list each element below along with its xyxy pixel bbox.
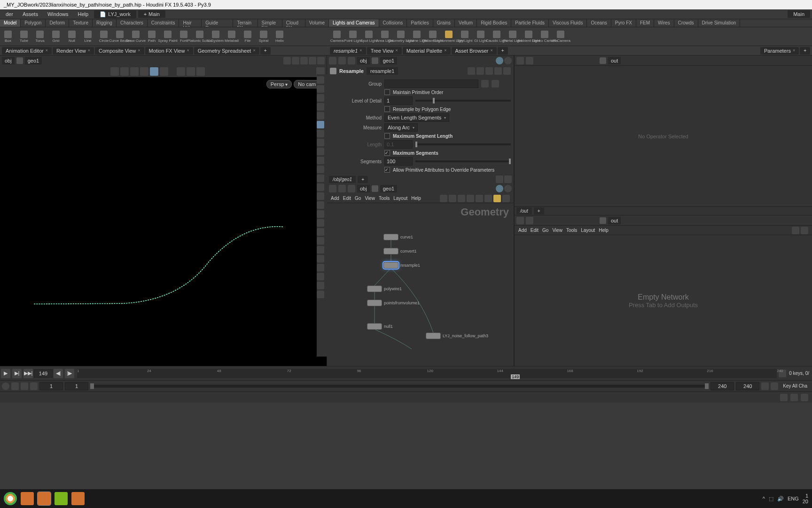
- shelf-tool[interactable]: Caustic Light: [489, 27, 505, 46]
- realtime-icon[interactable]: [2, 382, 9, 390]
- display-opt-icon[interactable]: [317, 192, 324, 200]
- add-tab-button[interactable]: +: [260, 47, 271, 55]
- layout-icon[interactable]: [496, 175, 503, 183]
- chrome-icon[interactable]: [4, 492, 17, 505]
- network-node[interactable]: LYJ_noise_follow_path3: [426, 333, 488, 339]
- update-icon[interactable]: [790, 394, 798, 401]
- menu-item[interactable]: View: [365, 196, 375, 201]
- key-icon[interactable]: [771, 382, 778, 390]
- menu-item[interactable]: der: [2, 10, 17, 18]
- close-icon[interactable]: ×: [490, 48, 492, 54]
- empty-network[interactable]: Empty Network Press Tab to Add Outputs: [515, 235, 812, 366]
- snapshot-icon[interactable]: [292, 57, 299, 64]
- maxseg-checkbox[interactable]: [384, 150, 390, 156]
- shelf-tab[interactable]: Guide Process: [202, 19, 233, 27]
- shelf-tool[interactable]: Point Light: [345, 27, 361, 46]
- pane-tab[interactable]: Tree View×: [367, 47, 402, 55]
- shelf-tab[interactable]: Volume: [305, 19, 329, 27]
- menu-item[interactable]: Go: [355, 196, 361, 201]
- shelf-tool[interactable]: Spray Paint: [160, 27, 176, 46]
- current-frame-field[interactable]: [34, 369, 53, 378]
- language-indicator[interactable]: ENG: [788, 496, 799, 501]
- menu-item[interactable]: Add: [331, 196, 339, 201]
- add-tab-button[interactable]: +: [800, 47, 810, 55]
- menu-item[interactable]: View: [552, 228, 562, 233]
- display-opt-icon[interactable]: [317, 255, 324, 262]
- info-icon[interactable]: [317, 291, 324, 298]
- display-icon[interactable]: [300, 57, 308, 64]
- location-icon[interactable]: [317, 282, 324, 289]
- shelf-tab[interactable]: Terrain FX: [233, 19, 258, 27]
- group-menu-icon[interactable]: [481, 80, 489, 87]
- segments-slider[interactable]: [415, 160, 511, 162]
- network-tab[interactable]: /obj/geo1: [329, 176, 356, 183]
- back-icon[interactable]: [329, 57, 336, 64]
- pane-tab[interactable]: Render View×: [53, 47, 94, 55]
- maxlen-checkbox[interactable]: [384, 133, 390, 139]
- path-crumb[interactable]: out: [608, 57, 621, 64]
- settings-icon[interactable]: [196, 67, 205, 76]
- shelf-tool[interactable]: Helix: [272, 27, 288, 46]
- audio-icon[interactable]: [11, 382, 19, 390]
- shelf-tool[interactable]: Portal Light: [505, 27, 521, 46]
- node-name-field[interactable]: resample1: [367, 67, 398, 75]
- add-tab-button[interactable]: +: [534, 207, 544, 214]
- shelf-tool[interactable]: Volume Light: [409, 27, 425, 46]
- menu-icon[interactable]: [504, 175, 512, 183]
- list-icon[interactable]: [449, 195, 456, 202]
- link-icon[interactable]: [504, 185, 512, 192]
- handle-tool-icon[interactable]: [150, 67, 158, 76]
- persp-dropdown[interactable]: Persp ▾: [266, 80, 292, 88]
- light-icon[interactable]: [317, 130, 324, 137]
- layout-icon[interactable]: [309, 57, 316, 64]
- segments-field[interactable]: [384, 157, 413, 166]
- timeline-track[interactable]: 149 124487296120144168192216240: [77, 369, 777, 378]
- playhead-marker[interactable]: 149: [511, 374, 520, 379]
- shelf-tool[interactable]: Box: [0, 27, 16, 46]
- pane-tab[interactable]: Animation Editor×: [2, 47, 52, 55]
- shelf-tab[interactable]: Collisions: [379, 19, 407, 27]
- construction-icon[interactable]: [177, 67, 185, 76]
- home-icon[interactable]: [348, 57, 355, 64]
- shelf-tool[interactable]: Platonic Solids: [192, 27, 208, 46]
- shelf-tab[interactable]: Rigid Bodies: [477, 19, 511, 27]
- menu-item[interactable]: Edit: [343, 196, 351, 201]
- menu-item[interactable]: Help: [599, 228, 609, 233]
- shelf-tool[interactable]: L-System: [208, 27, 224, 46]
- network-tab[interactable]: /out: [516, 207, 532, 214]
- shelf-tool[interactable]: Line: [80, 27, 96, 46]
- shelf-tab[interactable]: Viscous Fluids: [549, 19, 587, 27]
- grid2-icon[interactable]: [467, 195, 474, 202]
- menu-item[interactable]: Tools: [566, 228, 577, 233]
- grid-icon[interactable]: [458, 195, 465, 202]
- maintain-checkbox[interactable]: [384, 89, 390, 95]
- forward-icon[interactable]: [338, 185, 346, 192]
- viewport-3d[interactable]: Persp ▾ No cam ▾: [0, 77, 327, 366]
- pane-tab[interactable]: Motion FX View×: [145, 47, 193, 55]
- pin-icon[interactable]: [496, 57, 503, 64]
- step-fwd-icon[interactable]: [30, 382, 38, 390]
- shelf-tab[interactable]: Hair Utils: [179, 19, 202, 27]
- allow-checkbox[interactable]: [384, 167, 390, 173]
- prev-key-button[interactable]: ◀|: [54, 369, 63, 378]
- shelf-tool[interactable]: Ambient Light: [521, 27, 537, 46]
- node-body[interactable]: [383, 234, 398, 240]
- rotate-tool-icon[interactable]: [130, 67, 139, 76]
- pane-tab[interactable]: Parameters×: [760, 47, 799, 55]
- display-opt-icon[interactable]: [317, 148, 324, 155]
- move-tool-icon[interactable]: [120, 67, 129, 76]
- group-field[interactable]: [384, 79, 478, 88]
- step-fwd-button[interactable]: ▶|: [12, 369, 22, 378]
- lod-slider[interactable]: [415, 100, 511, 102]
- cook-icon[interactable]: [801, 394, 808, 401]
- display-opt-icon[interactable]: [317, 183, 324, 191]
- shelf-tool[interactable]: Spiral: [256, 27, 272, 46]
- path-crumb[interactable]: out: [608, 217, 621, 224]
- link-icon[interactable]: [504, 57, 512, 64]
- shelf-tool[interactable]: Sky Light: [457, 27, 473, 46]
- shelf-tool[interactable]: Font: [176, 27, 192, 46]
- grid3-icon[interactable]: [476, 195, 483, 202]
- global-start-field[interactable]: [39, 382, 63, 390]
- houdini-icon[interactable]: [38, 492, 51, 505]
- palette-icon[interactable]: [484, 195, 492, 202]
